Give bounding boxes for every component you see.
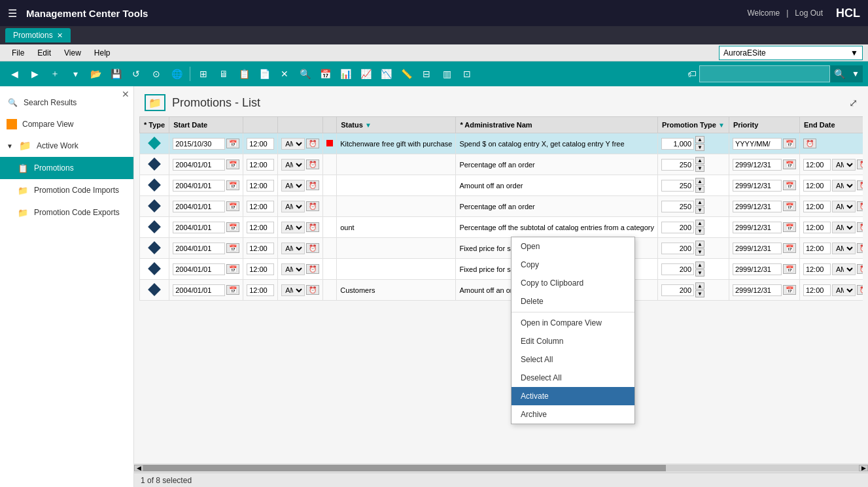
context-menu-item[interactable]: Edit Column bbox=[512, 332, 634, 350]
clock-btn[interactable]: ⏰ bbox=[306, 222, 319, 232]
context-menu-item[interactable]: Select All bbox=[512, 350, 634, 369]
clock-btn[interactable]: ⏰ bbox=[306, 285, 319, 295]
refresh-btn[interactable]: ↺ bbox=[127, 65, 145, 83]
end-date-input[interactable] bbox=[733, 284, 782, 296]
ampm-select[interactable]: AM PM bbox=[281, 284, 305, 296]
end-date-input[interactable] bbox=[733, 180, 782, 192]
priority-input[interactable] bbox=[661, 180, 694, 192]
start-date-input[interactable] bbox=[173, 284, 225, 296]
new-dropdown-btn[interactable]: ▾ bbox=[66, 65, 84, 83]
priority-input[interactable] bbox=[661, 138, 694, 150]
end-cal-btn[interactable]: 📅 bbox=[783, 201, 796, 211]
end-clock-btn[interactable]: ⏰ bbox=[857, 180, 863, 190]
end-ampm-select[interactable]: AM PM bbox=[832, 284, 856, 296]
priority-input[interactable] bbox=[661, 159, 694, 171]
clock-btn[interactable]: ⏰ bbox=[306, 243, 319, 253]
chart3-btn[interactable]: 📉 bbox=[377, 65, 395, 83]
start-date-input[interactable] bbox=[173, 243, 225, 254]
end-cal-btn[interactable]: 📅 bbox=[783, 285, 796, 295]
end-date-input[interactable] bbox=[733, 263, 782, 275]
time-input[interactable] bbox=[247, 180, 274, 192]
ampm-select[interactable]: AM PM bbox=[281, 138, 305, 150]
priority-up-btn[interactable]: ▲ bbox=[695, 199, 704, 206]
start-date-input[interactable] bbox=[173, 159, 225, 171]
minus-btn[interactable]: ⊟ bbox=[417, 65, 436, 83]
tab-close-icon[interactable]: ✕ bbox=[57, 31, 63, 40]
priority-input[interactable] bbox=[661, 243, 694, 254]
chart-btn[interactable]: 📊 bbox=[336, 65, 355, 83]
context-menu-item[interactable]: Open in Compare View bbox=[512, 314, 634, 332]
end-date-input[interactable] bbox=[733, 201, 782, 212]
end-time-input[interactable] bbox=[803, 284, 831, 296]
logout-link[interactable]: Log Out bbox=[795, 8, 823, 18]
expand-icon[interactable]: ⤢ bbox=[849, 97, 858, 109]
priority-input[interactable] bbox=[661, 263, 694, 275]
context-menu-item[interactable]: Delete bbox=[512, 292, 634, 311]
clock-btn[interactable]: ⏰ bbox=[306, 139, 319, 148]
calendar-btn[interactable]: 📅 bbox=[226, 243, 239, 253]
priority-input[interactable] bbox=[661, 201, 694, 212]
priority-input[interactable] bbox=[661, 284, 694, 296]
ampm-select[interactable]: AM PM bbox=[281, 180, 305, 192]
context-menu-item[interactable]: Archive bbox=[512, 405, 634, 424]
store-dropdown[interactable]: AuroraESite ▼ bbox=[719, 46, 863, 60]
search-btn[interactable]: 🔍 bbox=[830, 65, 848, 82]
end-date-input[interactable] bbox=[733, 243, 782, 254]
start-date-input[interactable] bbox=[173, 222, 225, 233]
time-input[interactable] bbox=[247, 284, 274, 296]
ampm-select[interactable]: AM PM bbox=[281, 263, 305, 275]
end-clock-btn[interactable]: ⏰ bbox=[857, 222, 863, 232]
menu-file[interactable]: File bbox=[5, 46, 31, 59]
search-input[interactable] bbox=[699, 65, 830, 82]
end-cal-btn[interactable]: 📅 bbox=[783, 180, 796, 190]
priority-down-btn[interactable]: ▼ bbox=[695, 290, 704, 297]
menu-edit[interactable]: Edit bbox=[31, 46, 58, 59]
calendar-btn[interactable]: 📅 bbox=[226, 222, 239, 232]
end-time-input[interactable] bbox=[803, 201, 831, 212]
time-input[interactable] bbox=[247, 138, 274, 150]
ampm-select[interactable]: AM PM bbox=[281, 201, 305, 212]
hamburger-icon[interactable]: ☰ bbox=[8, 7, 17, 20]
horizontal-scrollbar[interactable]: ◀ ▶ bbox=[134, 463, 868, 473]
end-time-input[interactable] bbox=[803, 243, 831, 254]
copy-btn[interactable]: ⊙ bbox=[147, 65, 165, 83]
new-btn[interactable]: ＋ bbox=[46, 65, 64, 83]
end-clock-btn[interactable]: ⏰ bbox=[803, 139, 816, 148]
end-ampm-select[interactable]: AM PM bbox=[832, 180, 856, 192]
start-date-input[interactable] bbox=[173, 201, 225, 212]
end-ampm-select[interactable]: AM PM bbox=[832, 263, 856, 275]
nav-active-work[interactable]: ▼ 📁 Active Work bbox=[0, 135, 133, 157]
end-clock-btn[interactable]: ⏰ bbox=[857, 264, 863, 274]
end-time-input[interactable] bbox=[803, 263, 831, 275]
end-ampm-select[interactable]: AM PM bbox=[832, 243, 856, 254]
calendar-btn[interactable]: 📅 bbox=[226, 139, 239, 148]
nav-promotion-code-exports[interactable]: 📁 Promotion Code Exports bbox=[0, 201, 133, 224]
end-cal-btn[interactable]: 📅 bbox=[783, 139, 796, 148]
nav-compare-view[interactable]: Compare View bbox=[0, 114, 133, 135]
clock-btn[interactable]: ⏰ bbox=[306, 264, 319, 274]
time-input[interactable] bbox=[247, 159, 274, 171]
menu-help[interactable]: Help bbox=[88, 46, 117, 59]
priority-up-btn[interactable]: ▲ bbox=[695, 241, 704, 248]
split-btn[interactable]: ▥ bbox=[438, 65, 456, 83]
end-cal-btn[interactable]: 📅 bbox=[783, 222, 796, 232]
search-dropdown-btn[interactable]: ▼ bbox=[848, 65, 863, 82]
calendar-btn[interactable]: 📅 bbox=[226, 160, 239, 169]
priority-down-btn[interactable]: ▼ bbox=[695, 165, 704, 172]
priority-down-btn[interactable]: ▼ bbox=[695, 227, 704, 235]
end-cal-btn[interactable]: 📅 bbox=[783, 243, 796, 253]
nav-promotions[interactable]: 📋 Promotions bbox=[0, 157, 133, 179]
start-date-input[interactable] bbox=[173, 263, 225, 275]
forward-btn[interactable]: ▶ bbox=[26, 65, 44, 83]
end-time-input[interactable] bbox=[803, 180, 831, 192]
chart2-btn[interactable]: 📈 bbox=[356, 65, 375, 83]
grid-btn[interactable]: ⊞ bbox=[194, 65, 213, 83]
priority-down-btn[interactable]: ▼ bbox=[695, 207, 704, 214]
open-btn[interactable]: 📂 bbox=[86, 65, 105, 83]
priority-input[interactable] bbox=[661, 222, 694, 233]
ampm-select[interactable]: AM PM bbox=[281, 243, 305, 254]
priority-up-btn[interactable]: ▲ bbox=[695, 157, 704, 164]
web-btn[interactable]: 🌐 bbox=[167, 65, 186, 83]
calendar-btn[interactable]: 📅 bbox=[226, 264, 239, 274]
start-date-input[interactable] bbox=[173, 180, 225, 192]
